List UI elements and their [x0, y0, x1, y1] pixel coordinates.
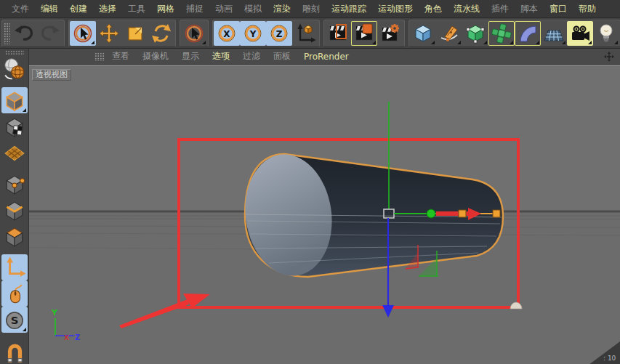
viewport-pan-icon[interactable]: [604, 52, 614, 62]
svg-text:: 10: : 10: [603, 355, 616, 362]
menu-item-plugins[interactable]: 插件: [486, 3, 515, 15]
cinema4d-window: { "menubar": { "items": [ {"label":"文件",…: [0, 0, 620, 364]
menu-item-motion-tracker[interactable]: 运动跟踪: [326, 3, 372, 15]
svg-text:X: X: [223, 28, 230, 39]
sidebar-grip[interactable]: [5, 50, 24, 54]
coordinate-system-button[interactable]: [292, 21, 318, 46]
workplane-mode-button[interactable]: [1, 139, 28, 166]
x-axis-icon: X: [216, 23, 238, 44]
edges-mode-icon: [3, 198, 26, 222]
vmenu-item-display[interactable]: 显示: [175, 50, 206, 62]
axis-icon: [3, 256, 26, 279]
floor-grid-icon: [543, 23, 565, 44]
undo-icon: [13, 23, 35, 44]
menu-item-tools[interactable]: 工具: [122, 3, 151, 15]
polygons-mode-button[interactable]: [1, 223, 28, 249]
lock-y-button[interactable]: Y: [240, 21, 266, 46]
lock-x-button[interactable]: X: [214, 21, 240, 46]
viewport-label[interactable]: 透视视图: [32, 69, 71, 81]
vmenu-item-prorender[interactable]: ProRender: [297, 52, 355, 62]
workplane-icon: [3, 141, 26, 164]
points-mode-button[interactable]: [1, 171, 28, 197]
coordinate-system-icon: [294, 23, 316, 44]
magnet-icon: [3, 339, 26, 363]
render-view-icon: [327, 23, 349, 44]
undo-redo-group: [1, 20, 65, 47]
add-environment-button[interactable]: [541, 21, 567, 46]
main-menubar: 文件 编辑 创建 选择 工具 网格 捕捉 动画 模拟 渲染 雕刻 运动跟踪 运动…: [0, 0, 620, 18]
camera-icon: [569, 23, 591, 44]
texture-mode-button[interactable]: [1, 113, 28, 139]
lock-z-button[interactable]: Z: [266, 21, 292, 46]
magnet-snap-button[interactable]: [1, 338, 28, 364]
svg-text:S: S: [10, 314, 18, 327]
make-editable-button[interactable]: [1, 56, 28, 82]
menu-item-mograph[interactable]: 运动图形: [372, 3, 419, 15]
live-selection-button[interactable]: [70, 21, 96, 46]
spline-pen-icon: [438, 23, 460, 44]
menu-item-mesh[interactable]: 网格: [151, 3, 180, 15]
vmenu-item-view[interactable]: 查看: [105, 50, 136, 62]
redo-button[interactable]: [37, 21, 63, 46]
menu-item-file[interactable]: 文件: [6, 3, 35, 15]
create-objects-group: [408, 20, 620, 47]
add-spline-button[interactable]: [436, 21, 462, 46]
render-view-button[interactable]: [325, 21, 351, 46]
menu-item-edit[interactable]: 编辑: [35, 3, 64, 15]
y-axis-icon: Y: [242, 23, 264, 44]
menu-item-sculpt[interactable]: 雕刻: [297, 3, 326, 15]
menu-item-pipeline[interactable]: 流水线: [448, 3, 486, 15]
gizmo-green-knob[interactable]: [427, 209, 435, 218]
menu-item-script[interactable]: 脚本: [515, 3, 544, 15]
add-light-button[interactable]: [593, 21, 619, 46]
render-picture-viewer-icon: [353, 23, 375, 44]
undo-button[interactable]: [11, 21, 37, 46]
viewport-tweak-button[interactable]: [1, 280, 28, 307]
vmenu-item-panel[interactable]: 面板: [267, 50, 297, 62]
vmenu-item-cameras[interactable]: 摄像机: [136, 50, 175, 62]
menu-item-help[interactable]: 帮助: [573, 3, 602, 15]
toolbar-grip[interactable]: [4, 23, 10, 44]
vmenu-item-options[interactable]: 选项: [206, 50, 236, 62]
texture-mode-icon: [3, 115, 26, 138]
cube-primitive-icon: [412, 23, 434, 44]
scale-tool-button[interactable]: [122, 21, 148, 46]
menu-item-snap[interactable]: 捕捉: [180, 3, 209, 15]
rotate-icon: [150, 23, 172, 44]
menu-item-character[interactable]: 角色: [419, 3, 448, 15]
render-group: [323, 20, 405, 47]
viewport-menu-grip[interactable]: [94, 52, 105, 61]
rotate-tool-button[interactable]: [148, 21, 174, 46]
add-deformer-button[interactable]: [515, 21, 541, 46]
perspective-viewport[interactable]: Y X Z : 10 透视视图: [29, 65, 620, 364]
svg-text:Z: Z: [276, 28, 283, 39]
model-mode-button[interactable]: [1, 87, 28, 113]
model-mode-icon: [3, 89, 26, 112]
mouse-icon: [3, 282, 26, 305]
menu-item-render[interactable]: 渲染: [267, 3, 297, 15]
edges-mode-button[interactable]: [1, 197, 28, 223]
move-tool-button[interactable]: [96, 21, 122, 46]
gizmo-scale-handle-1[interactable]: [459, 210, 466, 217]
render-settings-button[interactable]: [377, 21, 403, 46]
vmenu-item-filter[interactable]: 过滤: [236, 50, 267, 62]
live-selection-icon: [72, 23, 94, 44]
menu-item-simulate[interactable]: 模拟: [238, 3, 267, 15]
gizmo-scale-handle-2[interactable]: [493, 210, 500, 217]
menu-item-select[interactable]: 选择: [93, 3, 122, 15]
polygons-mode-icon: [3, 225, 26, 248]
selection-tool-button[interactable]: [181, 21, 207, 46]
menu-item-animate[interactable]: 动画: [209, 3, 238, 15]
mograph-cloner-icon: [491, 23, 512, 44]
snap-settings-button[interactable]: S: [1, 307, 28, 333]
scale-icon: [124, 23, 146, 44]
svg-text:Y: Y: [51, 308, 58, 318]
add-mograph-button[interactable]: [488, 21, 515, 46]
render-to-picture-viewer-button[interactable]: [351, 21, 377, 46]
add-generator-button[interactable]: [462, 21, 488, 46]
menu-item-window[interactable]: 窗口: [544, 3, 573, 15]
add-camera-button[interactable]: [567, 21, 593, 46]
add-primitive-button[interactable]: [410, 21, 436, 46]
enable-axis-button[interactable]: [1, 254, 28, 280]
menu-item-create[interactable]: 创建: [64, 3, 93, 15]
